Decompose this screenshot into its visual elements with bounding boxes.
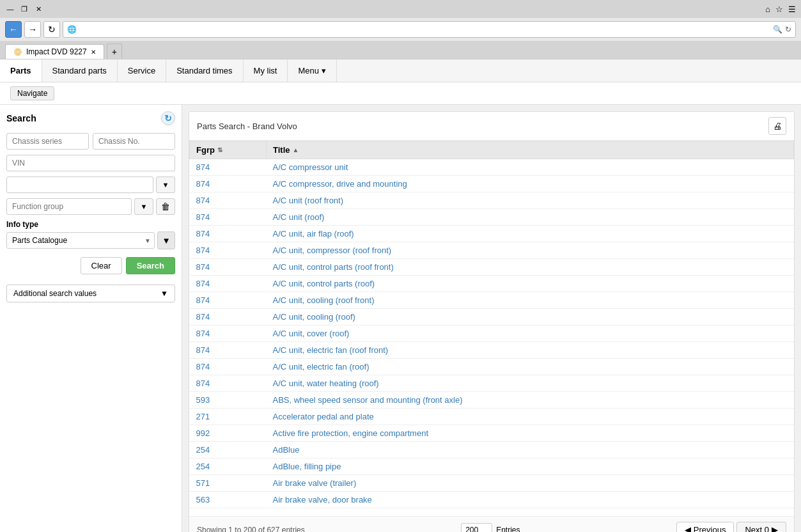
- fgrp-cell[interactable]: 874: [190, 176, 267, 192]
- fgrp-cell[interactable]: 563: [190, 492, 267, 508]
- fgrp-cell[interactable]: 874: [190, 159, 267, 176]
- nav-item-menu[interactable]: Menu ▾: [288, 59, 336, 82]
- table-row[interactable]: 874 A/C unit, water heating (roof): [190, 375, 794, 392]
- entries-select[interactable]: 200 50 100 500: [461, 523, 492, 533]
- restore-btn[interactable]: ❐: [19, 4, 29, 14]
- table-row[interactable]: 874 A/C unit, cooling (roof front): [190, 292, 794, 309]
- chassis-series-input[interactable]: [6, 133, 89, 150]
- chassis-no-input[interactable]: [93, 133, 175, 150]
- fgrp-cell[interactable]: 874: [190, 375, 267, 392]
- browser-tab[interactable]: 📀 Impact DVD 9227 ✕: [5, 44, 104, 59]
- title-cell[interactable]: A/C unit, water heating (roof): [267, 375, 794, 392]
- table-row[interactable]: 593 ABS, wheel speed sensor and mounting…: [190, 392, 794, 409]
- function-group-clear-button[interactable]: 🗑: [156, 198, 175, 215]
- table-row[interactable]: 874 A/C unit, control parts (roof): [190, 276, 794, 292]
- print-button[interactable]: 🖨: [768, 117, 786, 135]
- function-group-input[interactable]: [6, 198, 132, 215]
- search-icon[interactable]: 🔍: [773, 25, 782, 34]
- info-type-select[interactable]: Parts Catalogue: [6, 232, 155, 249]
- navigate-button[interactable]: Navigate: [10, 86, 54, 100]
- tab-close-button[interactable]: ✕: [91, 49, 96, 56]
- fgrp-cell[interactable]: 874: [190, 342, 267, 359]
- table-row[interactable]: 563 Air brake valve, door brake: [190, 492, 794, 508]
- title-cell[interactable]: A/C unit, cooling (roof front): [267, 292, 794, 309]
- table-row[interactable]: 992 Active fire protection, engine compa…: [190, 425, 794, 442]
- url-input[interactable]: http://localhost:8818/impact3/applicatio…: [79, 25, 770, 34]
- additional-search-button[interactable]: Additional search values ▼: [6, 285, 175, 302]
- title-cell[interactable]: A/C unit, cooling (roof): [267, 309, 794, 325]
- info-type-extra-button[interactable]: ▼: [157, 231, 175, 249]
- table-row[interactable]: 874 A/C unit (roof front): [190, 192, 794, 209]
- refresh-button[interactable]: ↻: [43, 21, 60, 38]
- settings-icon[interactable]: ☰: [788, 4, 796, 14]
- nav-item-service[interactable]: Service: [118, 59, 166, 82]
- title-cell[interactable]: A/C unit, control parts (roof front): [267, 259, 794, 276]
- table-row[interactable]: 874 A/C compressor unit: [190, 159, 794, 176]
- title-cell[interactable]: A/C unit, electric fan (roof): [267, 359, 794, 375]
- table-row[interactable]: 874 A/C unit, cover (roof): [190, 325, 794, 342]
- table-row[interactable]: 571 Air brake valve (trailer): [190, 475, 794, 492]
- model-dropdown-button[interactable]: ▼: [156, 176, 175, 193]
- fgrp-cell[interactable]: 874: [190, 292, 267, 309]
- reload-icon[interactable]: ↻: [785, 25, 791, 34]
- nav-item-my-list[interactable]: My list: [244, 59, 288, 82]
- table-row[interactable]: 874 A/C unit, air flap (roof): [190, 226, 794, 242]
- table-row[interactable]: 874 A/C unit, compressor (roof front): [190, 242, 794, 259]
- table-row[interactable]: 874 A/C unit, electric fan (roof): [190, 359, 794, 375]
- forward-button[interactable]: →: [24, 21, 41, 38]
- next-button[interactable]: Next 0 ▶: [736, 522, 786, 532]
- table-row[interactable]: 271 Accelerator pedal and plate: [190, 409, 794, 425]
- fgrp-cell[interactable]: 254: [190, 458, 267, 475]
- star-icon[interactable]: ☆: [775, 4, 783, 14]
- fgrp-cell[interactable]: 874: [190, 226, 267, 242]
- model-input[interactable]: B12B: [6, 176, 153, 193]
- table-row[interactable]: 874 A/C unit (roof): [190, 209, 794, 226]
- table-row[interactable]: 254 AdBlue, filling pipe: [190, 458, 794, 475]
- table-row[interactable]: 874 A/C unit, cooling (roof): [190, 309, 794, 325]
- title-cell[interactable]: A/C compressor, drive and mounting: [267, 176, 794, 192]
- title-cell[interactable]: Air brake valve, door brake: [267, 492, 794, 508]
- new-tab-button[interactable]: +: [107, 43, 122, 59]
- minimize-btn[interactable]: —: [5, 4, 15, 14]
- fgrp-cell[interactable]: 271: [190, 409, 267, 425]
- title-cell[interactable]: Accelerator pedal and plate: [267, 409, 794, 425]
- nav-item-standard-times[interactable]: Standard times: [166, 59, 243, 82]
- fgrp-cell[interactable]: 571: [190, 475, 267, 492]
- close-btn[interactable]: ✕: [33, 4, 43, 14]
- table-row[interactable]: 874 A/C unit, control parts (roof front): [190, 259, 794, 276]
- col-fgrp[interactable]: Fgrp ⇅: [190, 141, 267, 159]
- title-cell[interactable]: A/C unit, air flap (roof): [267, 226, 794, 242]
- title-cell[interactable]: A/C unit, electric fan (roof front): [267, 342, 794, 359]
- fgrp-cell[interactable]: 874: [190, 242, 267, 259]
- nav-item-parts[interactable]: Parts: [0, 59, 42, 82]
- clear-button[interactable]: Clear: [81, 257, 122, 274]
- fgrp-cell[interactable]: 874: [190, 359, 267, 375]
- title-cell[interactable]: AdBlue: [267, 442, 794, 458]
- nav-item-standard-parts[interactable]: Standard parts: [42, 59, 118, 82]
- title-cell[interactable]: A/C unit, control parts (roof): [267, 276, 794, 292]
- fgrp-cell[interactable]: 874: [190, 309, 267, 325]
- home-icon[interactable]: ⌂: [765, 4, 770, 14]
- fgrp-cell[interactable]: 874: [190, 209, 267, 226]
- function-group-dropdown-button[interactable]: ▼: [134, 198, 153, 215]
- title-cell[interactable]: A/C unit, compressor (roof front): [267, 242, 794, 259]
- title-cell[interactable]: A/C unit (roof front): [267, 192, 794, 209]
- title-cell[interactable]: A/C unit, cover (roof): [267, 325, 794, 342]
- back-button[interactable]: ←: [5, 21, 22, 38]
- prev-button[interactable]: ◀ Previous: [676, 522, 735, 532]
- sidebar-refresh-button[interactable]: ↻: [161, 111, 175, 125]
- title-cell[interactable]: Air brake valve (trailer): [267, 475, 794, 492]
- table-row[interactable]: 874 A/C compressor, drive and mounting: [190, 176, 794, 192]
- fgrp-cell[interactable]: 992: [190, 425, 267, 442]
- search-button[interactable]: Search: [126, 257, 175, 274]
- col-title[interactable]: Title ▲: [267, 141, 794, 159]
- fgrp-cell[interactable]: 874: [190, 259, 267, 276]
- title-cell[interactable]: A/C unit (roof): [267, 209, 794, 226]
- fgrp-cell[interactable]: 874: [190, 192, 267, 209]
- title-cell[interactable]: Active fire protection, engine compartme…: [267, 425, 794, 442]
- title-cell[interactable]: A/C compressor unit: [267, 159, 794, 176]
- title-cell[interactable]: ABS, wheel speed sensor and mounting (fr…: [267, 392, 794, 409]
- vin-input[interactable]: [6, 155, 175, 171]
- fgrp-cell[interactable]: 874: [190, 325, 267, 342]
- fgrp-cell[interactable]: 593: [190, 392, 267, 409]
